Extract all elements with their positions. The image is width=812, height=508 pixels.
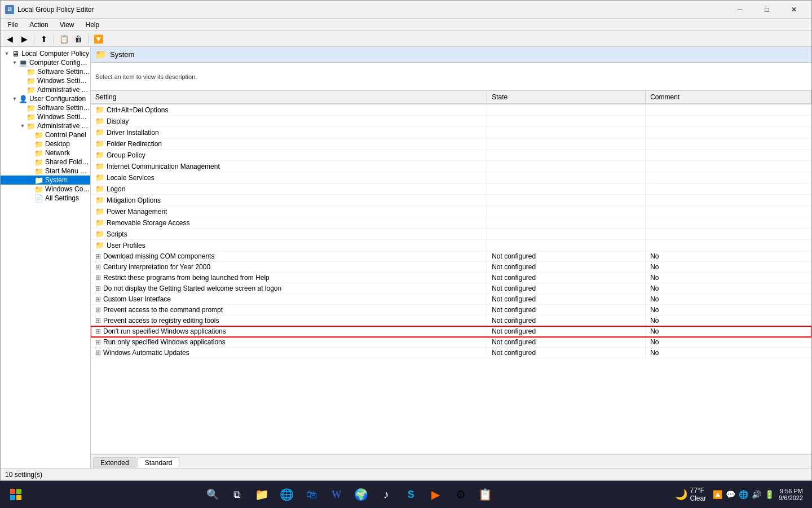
table-row-policy-3[interactable]: ⊞ Do not display the Getting Started wel… bbox=[91, 283, 811, 294]
taskbar-file-explorer[interactable]: 📁 bbox=[251, 483, 273, 506]
close-button[interactable]: ✕ bbox=[781, 1, 807, 19]
folder-name-cell: 📁 Scripts bbox=[91, 229, 487, 240]
tree-item-start-menu[interactable]: 📁 Start Menu ar... bbox=[1, 167, 90, 176]
table-row-folder-12[interactable]: 📁 User Profiles bbox=[91, 240, 811, 251]
taskbar-notes[interactable]: 📋 bbox=[474, 483, 497, 506]
tree-icon-user-config: 👤 bbox=[19, 95, 28, 103]
tree-item-windows-settings-cc[interactable]: 📁 Windows Settings bbox=[1, 76, 90, 85]
volume-icon[interactable]: 🔊 bbox=[752, 490, 761, 499]
taskbar-store[interactable]: 🛍 bbox=[301, 483, 323, 506]
table-row-folder-6[interactable]: 📁 Locale Services bbox=[91, 172, 811, 183]
folder-comment-cell bbox=[646, 172, 811, 183]
folder-comment-cell bbox=[646, 116, 811, 127]
table-row-folder-4[interactable]: 📁 Group Policy bbox=[91, 150, 811, 161]
forward-button[interactable]: ▶ bbox=[17, 33, 31, 45]
taskbar-word[interactable]: W bbox=[325, 483, 348, 506]
table-area[interactable]: Setting State Comment 📁 Ctrl+Alt+Del Opt… bbox=[91, 91, 811, 454]
maximize-button[interactable]: □ bbox=[754, 1, 780, 19]
menu-help[interactable]: Help bbox=[81, 20, 104, 30]
menu-action[interactable]: Action bbox=[25, 20, 52, 30]
table-row-policy-4[interactable]: ⊞ Custom User Interface Not configured N… bbox=[91, 294, 811, 305]
menu-file[interactable]: File bbox=[3, 20, 23, 30]
folder-icon: 📁 bbox=[95, 241, 104, 249]
chevron-up-icon[interactable]: 🔼 bbox=[713, 490, 722, 499]
network-icon[interactable]: 🌐 bbox=[739, 490, 748, 499]
table-row-folder-0[interactable]: 📁 Ctrl+Alt+Del Options bbox=[91, 104, 811, 116]
table-row-folder-9[interactable]: 📁 Power Management bbox=[91, 206, 811, 217]
expand-icon-administrative-te-uc[interactable]: ▼ bbox=[19, 122, 27, 130]
tree-item-all-settings[interactable]: 📄 All Settings bbox=[1, 194, 90, 203]
table-row-policy-7[interactable]: ⊞ Don't run specified Windows applicatio… bbox=[91, 326, 811, 337]
expand-icon-local-computer-policy[interactable]: ▼ bbox=[3, 50, 11, 58]
table-row-policy-8[interactable]: ⊞ Run only specified Windows application… bbox=[91, 337, 811, 348]
tree-item-network[interactable]: 📁 Network bbox=[1, 148, 90, 157]
folder-icon: 📁 bbox=[95, 139, 104, 148]
taskbar-app7[interactable]: 🌍 bbox=[350, 483, 373, 506]
col-setting[interactable]: Setting bbox=[91, 91, 487, 104]
table-row-policy-6[interactable]: ⊞ Prevent access to registry editing too… bbox=[91, 316, 811, 326]
tree-item-software-settings-uc[interactable]: 📁 Software Settings bbox=[1, 103, 90, 112]
tree-item-control-panel[interactable]: 📁 Control Panel bbox=[1, 130, 90, 139]
taskbar-tiktok[interactable]: ♪ bbox=[375, 483, 398, 506]
table-row-folder-5[interactable]: 📁 Internet Communication Management bbox=[91, 161, 811, 172]
taskbar-search[interactable]: 🔍 bbox=[201, 483, 224, 506]
taskbar-clock[interactable]: 9:56 PM 9/6/2022 bbox=[779, 488, 803, 501]
taskbar-task-view[interactable]: ⧉ bbox=[226, 483, 249, 506]
start-button[interactable] bbox=[5, 483, 27, 506]
table-row-policy-1[interactable]: ⊞ Century interpretation for Year 2000 N… bbox=[91, 262, 811, 273]
table-row-folder-11[interactable]: 📁 Scripts bbox=[91, 229, 811, 240]
taskbar-edge[interactable]: 🌐 bbox=[276, 483, 298, 506]
folder-name-cell: 📁 Display bbox=[91, 116, 487, 127]
expand-icon-user-config[interactable]: ▼ bbox=[11, 95, 19, 103]
policy-comment-cell: No bbox=[646, 316, 811, 326]
table-row-folder-10[interactable]: 📁 Removable Storage Access bbox=[91, 217, 811, 229]
battery-icon[interactable]: 🔋 bbox=[765, 490, 774, 499]
tab-standard[interactable]: Standard bbox=[138, 457, 180, 468]
taskbar-media[interactable]: ▶ bbox=[425, 483, 447, 506]
table-row-folder-3[interactable]: 📁 Folder Redirection bbox=[91, 138, 811, 150]
weather-widget[interactable]: 🌙 77°F Clear bbox=[670, 484, 710, 505]
filter-button[interactable]: 🔽 bbox=[91, 33, 105, 45]
folder-comment-cell bbox=[646, 206, 811, 217]
show-hide-button[interactable]: 📋 bbox=[57, 33, 70, 45]
tree-item-windows-components[interactable]: 📁 Windows Cor... bbox=[1, 185, 90, 194]
tree-item-administrative-te-cc[interactable]: 📁 Administrative Te... bbox=[1, 85, 90, 94]
col-state[interactable]: State bbox=[487, 91, 646, 104]
table-row-folder-7[interactable]: 📁 Logon bbox=[91, 183, 811, 195]
policy-icon: ⊞ bbox=[95, 338, 101, 346]
tree-item-windows-settings-uc[interactable]: 📁 Windows Setting... bbox=[1, 112, 90, 121]
tree-item-desktop[interactable]: 📁 Desktop bbox=[1, 139, 90, 148]
tree-item-local-computer-policy[interactable]: ▼ 🖥 Local Computer Policy bbox=[1, 49, 90, 58]
table-row-folder-8[interactable]: 📁 Mitigation Options bbox=[91, 195, 811, 206]
tree-item-user-config[interactable]: ▼ 👤 User Configuration bbox=[1, 94, 90, 103]
policy-comment-cell: No bbox=[646, 337, 811, 348]
tree-item-system[interactable]: 📁 System bbox=[1, 176, 90, 185]
policy-name-cell: ⊞ Windows Automatic Updates bbox=[91, 348, 487, 358]
col-comment[interactable]: Comment bbox=[646, 91, 811, 104]
policy-icon: ⊞ bbox=[95, 252, 101, 260]
minimize-button[interactable]: ─ bbox=[727, 1, 753, 19]
up-button[interactable]: ⬆ bbox=[37, 33, 51, 45]
taskbar-skype[interactable]: S bbox=[400, 483, 422, 506]
tree-item-administrative-te-uc[interactable]: ▼ 📁 Administrative Te... bbox=[1, 121, 90, 130]
chat-icon[interactable]: 💬 bbox=[726, 490, 735, 499]
table-row-policy-0[interactable]: ⊞ Download missing COM components Not co… bbox=[91, 251, 811, 262]
table-row-policy-2[interactable]: ⊞ Restrict these programs from being lau… bbox=[91, 273, 811, 283]
table-row-folder-2[interactable]: 📁 Driver Installation bbox=[91, 127, 811, 138]
section-title: System bbox=[110, 50, 134, 59]
tree-item-shared-folders[interactable]: 📁 Shared Folder... bbox=[1, 157, 90, 167]
back-button[interactable]: ◀ bbox=[3, 33, 16, 45]
table-row-policy-9[interactable]: ⊞ Windows Automatic Updates Not configur… bbox=[91, 348, 811, 358]
tree-item-software-settings-cc[interactable]: 📁 Software Settings bbox=[1, 67, 90, 76]
tree-item-computer-config[interactable]: ▼ 💻 Computer Configura... bbox=[1, 58, 90, 67]
table-row-policy-5[interactable]: ⊞ Prevent access to the command prompt N… bbox=[91, 305, 811, 316]
tab-extended[interactable]: Extended bbox=[93, 457, 136, 468]
table-row-folder-1[interactable]: 📁 Display bbox=[91, 116, 811, 127]
properties-button[interactable]: 🗑 bbox=[72, 33, 85, 45]
policy-state-cell: Not configured bbox=[487, 348, 646, 358]
taskbar-settings[interactable]: ⚙ bbox=[449, 483, 472, 506]
folder-state-cell bbox=[487, 116, 646, 127]
menu-view[interactable]: View bbox=[55, 20, 79, 30]
expand-icon-computer-config[interactable]: ▼ bbox=[11, 59, 19, 67]
tree-icon-desktop: 📁 bbox=[34, 140, 43, 148]
